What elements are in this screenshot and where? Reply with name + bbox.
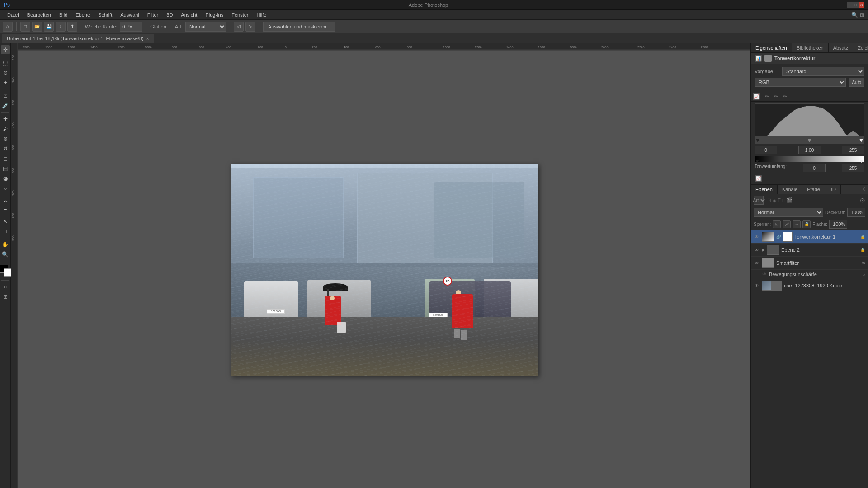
- lasso-tool[interactable]: ⊙: [1, 68, 10, 77]
- text-tool[interactable]: T: [1, 207, 10, 216]
- auto-btn[interactable]: Auto: [849, 78, 864, 87]
- shape-tool[interactable]: □: [1, 227, 10, 236]
- chart-icon[interactable]: 📈: [755, 175, 762, 182]
- menu-hilfe[interactable]: Hilfe: [253, 11, 270, 19]
- window-controls[interactable]: ─ □ ✕: [847, 2, 864, 8]
- filter-pixel-icon[interactable]: ⊡: [767, 197, 771, 203]
- menu-plugins[interactable]: Plug-ins: [202, 11, 227, 19]
- eye-cars[interactable]: 👁: [754, 282, 760, 289]
- marquee-tool[interactable]: ⬚: [1, 58, 10, 67]
- magic-wand-tool[interactable]: ✦: [1, 78, 10, 87]
- filter-text-icon[interactable]: T: [778, 197, 781, 203]
- hand-tool[interactable]: ✋: [1, 240, 10, 249]
- preset-dropdown[interactable]: Standard: [782, 67, 864, 76]
- new-btn[interactable]: □: [20, 22, 30, 32]
- tab-ebenen[interactable]: Ebenen: [751, 185, 778, 194]
- history-brush-tool[interactable]: ↺: [1, 144, 10, 153]
- lock-image-btn[interactable]: 🖌: [783, 220, 791, 228]
- zoom-tool[interactable]: 🔍: [1, 250, 10, 259]
- tab-bibliotheken[interactable]: Bibliotheken: [792, 43, 829, 52]
- home-btn[interactable]: ⌂: [3, 22, 13, 32]
- layer-cars[interactable]: 👁 cars-1273808_1920 Kopie: [751, 279, 868, 292]
- white-point-eyedropper[interactable]: ✏: [781, 92, 789, 100]
- soft-edge-input[interactable]: [120, 22, 142, 32]
- layers-filter-toggle[interactable]: ⊙: [860, 197, 865, 204]
- screen-mode-btn[interactable]: ⊞: [1, 292, 10, 301]
- layers-filter-type[interactable]: Art: [754, 196, 764, 205]
- art-select[interactable]: Normal: [185, 22, 226, 32]
- menu-ebene[interactable]: Ebene: [72, 11, 94, 19]
- fill-input[interactable]: [829, 220, 847, 229]
- highlight-input[interactable]: [842, 146, 864, 154]
- tab-3d[interactable]: 3D: [825, 185, 841, 194]
- filter-shape-icon[interactable]: □: [782, 197, 785, 203]
- crop-tool[interactable]: ⊡: [1, 91, 10, 100]
- eye-ebene2[interactable]: 👁: [754, 247, 760, 253]
- output-min-input[interactable]: [803, 164, 826, 172]
- brush-tool[interactable]: 🖌: [1, 124, 10, 133]
- gradient-tool[interactable]: ▤: [1, 164, 10, 173]
- blur-tool[interactable]: ◕: [1, 174, 10, 183]
- select-mask-btn[interactable]: Auswählen und maskieren...: [263, 22, 335, 32]
- highlight-slider[interactable]: [859, 139, 863, 142]
- midtone-slider[interactable]: [808, 139, 811, 142]
- eye-smartfilter[interactable]: 👁: [754, 260, 760, 266]
- menu-ansicht[interactable]: Ansicht: [177, 11, 201, 19]
- close-btn[interactable]: ✕: [859, 2, 864, 8]
- menu-bearbeiten[interactable]: Bearbeiten: [24, 11, 55, 19]
- heal-tool[interactable]: ✚: [1, 114, 10, 123]
- layer-ebene2[interactable]: 👁 ▶ Ebene 2 🔒: [751, 244, 868, 257]
- channel-dropdown[interactable]: RGB: [755, 78, 846, 87]
- expand-ebene2[interactable]: ▶: [762, 248, 765, 252]
- arrow-left-btn[interactable]: ◁: [234, 22, 244, 32]
- arrow-right-btn[interactable]: ▷: [245, 22, 255, 32]
- eye-tonwertkorrektur[interactable]: 👁: [754, 234, 760, 240]
- eye-bewegung[interactable]: 👁: [761, 271, 767, 277]
- stamp-tool[interactable]: ⊛: [1, 134, 10, 143]
- output-highlight-slider[interactable]: [860, 160, 863, 163]
- output-max-input[interactable]: [842, 164, 864, 172]
- dodge-tool[interactable]: ○: [1, 184, 10, 193]
- layers-expand-btn[interactable]: 《: [861, 186, 865, 192]
- move-tool[interactable]: ✛: [1, 45, 10, 54]
- tab-kanale[interactable]: Kanäle: [778, 185, 802, 194]
- menu-schrift[interactable]: Schrift: [94, 11, 116, 19]
- lock-all-btn[interactable]: 🔒: [802, 220, 811, 228]
- tab-zeichen[interactable]: Zeichen: [853, 43, 868, 52]
- midtone-input[interactable]: [798, 146, 821, 154]
- mode-btn[interactable]: ○: [1, 282, 10, 291]
- pen-tool[interactable]: ✒: [1, 197, 10, 206]
- layer-smartfilter-group[interactable]: 👁 Smartfilter fx: [751, 257, 868, 270]
- shadow-slider[interactable]: [756, 139, 760, 142]
- shadow-input[interactable]: [755, 146, 777, 154]
- opacity-input[interactable]: [847, 208, 865, 217]
- path-select-tool[interactable]: ↖: [1, 217, 10, 226]
- tab-absatz[interactable]: Absatz: [829, 43, 854, 52]
- filter-smart-icon[interactable]: 🎬: [786, 197, 793, 203]
- layer-tonwertkorrektur[interactable]: 👁 🔗 Tonwertkorrektur 1 🔒: [751, 230, 868, 244]
- workspace-icon[interactable]: ⊞: [860, 12, 864, 18]
- levels-slider-track[interactable]: [755, 136, 864, 144]
- search-icon[interactable]: 🔍: [851, 12, 858, 18]
- menu-filter[interactable]: Filter: [144, 11, 162, 19]
- menu-bild[interactable]: Bild: [56, 11, 71, 19]
- black-point-eyedropper[interactable]: ✏: [763, 92, 771, 100]
- layer-mode-select[interactable]: Normal: [754, 208, 823, 217]
- tab-close-btn[interactable]: ×: [146, 36, 149, 41]
- layers-type-select[interactable]: Art: [751, 197, 766, 203]
- lock-position-btn[interactable]: ↔: [793, 220, 801, 228]
- tab-pfade[interactable]: Pfade: [802, 185, 825, 194]
- menu-datei[interactable]: Datei: [4, 11, 23, 19]
- eyedropper-tool[interactable]: 💉: [1, 101, 10, 110]
- maximize-btn[interactable]: □: [853, 2, 859, 8]
- tab-eigenschaften[interactable]: Eigenschaften: [751, 43, 792, 52]
- lock-transparent-btn[interactable]: ⊡: [773, 220, 781, 228]
- save-btn[interactable]: 💾: [44, 22, 54, 32]
- open-btn[interactable]: 📂: [32, 22, 42, 32]
- eraser-tool[interactable]: ◻: [1, 154, 10, 163]
- save2-btn[interactable]: ↕: [56, 22, 66, 32]
- menu-auswahl[interactable]: Auswahl: [117, 11, 143, 19]
- gray-point-eyedropper[interactable]: ✏: [772, 92, 780, 100]
- output-shadow-slider[interactable]: [755, 160, 759, 163]
- export-btn[interactable]: ⬆: [67, 22, 77, 32]
